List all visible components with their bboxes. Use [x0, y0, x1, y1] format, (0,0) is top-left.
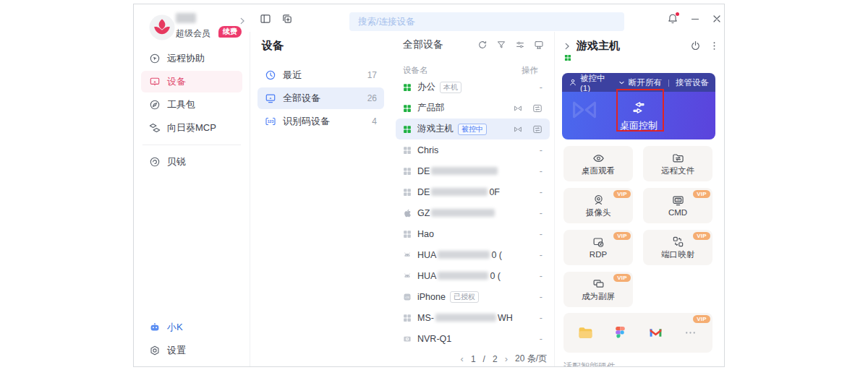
remote-control-icon[interactable]	[513, 124, 523, 134]
sidebar-item-oray[interactable]: 贝锐	[141, 151, 242, 173]
remote-control-icon[interactable]	[513, 103, 523, 113]
page-size-select[interactable]: 20 条/页	[515, 353, 547, 365]
apple-icon	[403, 209, 412, 218]
sidebar-item-mcp[interactable]: 向日葵MCP	[141, 117, 242, 139]
device-name-blurred	[435, 314, 496, 322]
device-name-blurred	[438, 251, 490, 259]
new-window-icon[interactable]	[281, 13, 293, 25]
renew-badge[interactable]: 续费	[218, 26, 242, 38]
device-name: HUA	[417, 271, 436, 281]
device-name: DE	[417, 166, 430, 176]
action-桌面观看[interactable]: 桌面观看	[563, 146, 633, 181]
file-transfer-icon[interactable]	[532, 103, 542, 113]
power-icon[interactable]	[690, 40, 701, 51]
controlled-status[interactable]: 被控中(1)	[580, 73, 615, 92]
panel-toggle-icon[interactable]	[260, 13, 271, 25]
more-apps-icon[interactable]	[683, 325, 698, 340]
sidebar-item-label: 远程协助	[167, 52, 205, 65]
device-row[interactable]: Hao-	[396, 223, 550, 244]
bell-icon[interactable]	[667, 13, 678, 25]
vip-badge: VIP	[613, 190, 631, 198]
action-摄像头[interactable]: VIP摄像头	[563, 188, 633, 223]
disconnect-all-button[interactable]: 断开所有	[629, 77, 662, 88]
action-成为副屏[interactable]: VIP成为副屏	[563, 272, 633, 307]
close-icon[interactable]	[711, 13, 723, 25]
device-row[interactable]: NVR-Q1-	[396, 328, 550, 349]
category-monitor[interactable]: 全部设备26	[258, 87, 384, 109]
username-blurred	[176, 13, 196, 23]
category-clock[interactable]: 最近17	[258, 64, 384, 86]
device-row[interactable]: HUA0 (-	[396, 265, 550, 286]
app-logo-icon	[149, 14, 175, 40]
sidebar: 超级会员 续费 远程协助设备工具包向日葵MCP贝锐 小K设置	[134, 4, 250, 366]
device-row[interactable]: 游戏主机被控中	[396, 119, 550, 139]
category-id123[interactable]: 123识别码设备4	[258, 111, 384, 132]
device-row[interactable]: DE0F-	[396, 181, 550, 202]
device-row[interactable]: GZ-	[396, 202, 550, 223]
categories-column: 设备 最近17全部设备26123识别码设备4	[250, 33, 391, 134]
file-transfer-icon[interactable]	[532, 124, 542, 134]
vip-badge: VIP	[693, 190, 710, 198]
sidebar-item-robot[interactable]: 小K	[141, 317, 242, 338]
no-action-dash: -	[540, 271, 542, 281]
action-端口映射[interactable]: VIP端口映射	[643, 230, 712, 265]
no-action-dash: -	[540, 166, 542, 176]
desktop-control-label: 桌面控制	[620, 119, 658, 132]
row-actions: -	[540, 334, 542, 344]
device-row[interactable]: iOSiPhone已授权-	[396, 286, 550, 307]
no-action-dash: -	[540, 208, 542, 218]
gmail-icon[interactable]	[648, 325, 663, 340]
search-input[interactable]	[349, 12, 624, 31]
device-row[interactable]: 办公本机-	[396, 77, 550, 98]
refresh-icon[interactable]	[477, 40, 488, 50]
clock-icon	[265, 69, 276, 81]
monitor-legs-icon[interactable]	[534, 40, 544, 50]
status-badge: 本机	[440, 82, 461, 93]
status-badge: 已授权	[450, 291, 479, 303]
take-over-button[interactable]: 接管设备	[676, 77, 709, 88]
action-远程文件[interactable]: 远程文件	[643, 146, 712, 181]
pagination: ‹ 1 / 2 › 20 条/页	[461, 353, 547, 365]
chevron-right-icon[interactable]	[237, 16, 247, 26]
funnel-icon[interactable]	[496, 40, 506, 50]
mcp-icon	[149, 122, 161, 134]
sidebar-item-gear[interactable]: 设置	[141, 340, 242, 361]
device-name: DE	[417, 187, 430, 197]
android-icon	[403, 272, 412, 280]
sidebar-item-toolbox[interactable]: 工具包	[141, 94, 242, 116]
no-action-dash: -	[540, 250, 542, 260]
device-name-suffix: 0 (	[490, 271, 501, 281]
sidebar-item-remote-assist[interactable]: 远程协助	[141, 48, 242, 69]
device-row[interactable]: 产品部	[396, 98, 550, 119]
chevron-down-icon[interactable]	[618, 79, 626, 87]
grid-icon	[403, 230, 412, 238]
sidebar-item-device[interactable]: 设备	[141, 71, 242, 92]
desktop-control-button[interactable]: 桌面控制	[562, 92, 715, 139]
device-name-suffix: WH	[498, 313, 513, 323]
device-row[interactable]: DE-	[396, 160, 550, 181]
device-name: NVR-Q1	[417, 334, 451, 344]
row-actions	[513, 124, 542, 134]
action-CMD[interactable]: VIPCMDCMD	[643, 188, 712, 223]
minimize-icon[interactable]	[689, 13, 701, 25]
category-count: 26	[367, 93, 377, 103]
more-menu-icon[interactable]	[709, 40, 720, 51]
device-row[interactable]: HUA0 (-	[396, 244, 550, 265]
folder-color-icon[interactable]	[578, 325, 593, 340]
device-row[interactable]: Chris-	[396, 139, 550, 160]
nvr-icon	[403, 335, 412, 343]
sidebar-menu: 远程协助设备工具包向日葵MCP贝锐	[141, 48, 242, 174]
figma-icon[interactable]	[613, 325, 628, 340]
prev-page-button[interactable]: ‹	[461, 353, 464, 364]
action-label: 远程文件	[661, 165, 694, 176]
next-page-button[interactable]: ›	[505, 353, 508, 364]
device-name: GZ	[417, 208, 430, 218]
sliders-icon[interactable]	[515, 40, 525, 50]
screens-icon	[592, 278, 605, 290]
android-icon	[403, 251, 412, 259]
device-row[interactable]: MS-WH-	[396, 307, 550, 328]
collapse-chevron-icon[interactable]	[562, 41, 572, 51]
vip-badge: VIP	[693, 232, 710, 240]
action-RDP[interactable]: VIPRDP	[563, 230, 633, 265]
grid-icon	[403, 167, 412, 176]
